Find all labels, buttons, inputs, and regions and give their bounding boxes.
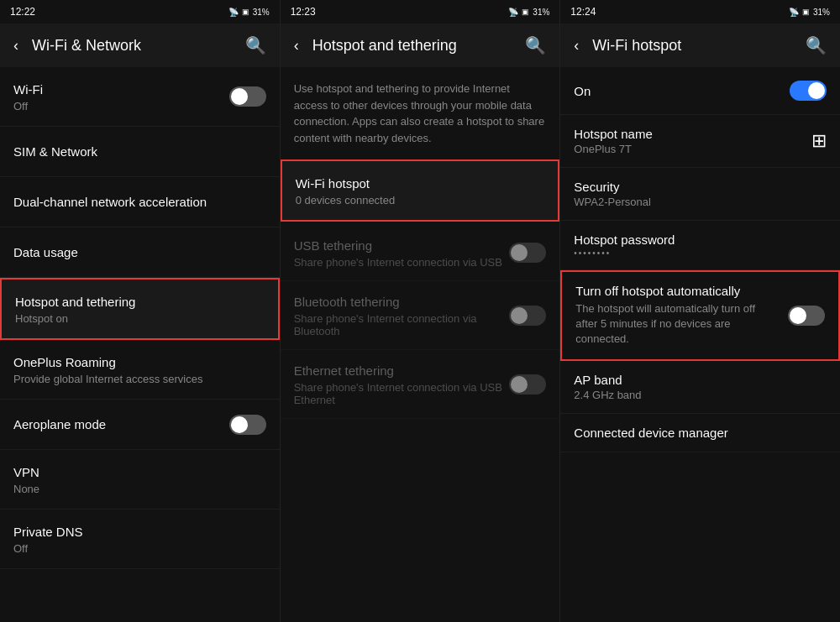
menu-item-data-usage[interactable]: Data usage (0, 227, 280, 278)
aeroplane-toggle[interactable] (229, 415, 266, 435)
on-label: On (574, 84, 591, 98)
menu-item-aeroplane-text: Aeroplane mode (13, 416, 229, 433)
on-toggle[interactable] (790, 81, 827, 101)
ap-band-section[interactable]: AP band 2.4 GHz band (560, 361, 840, 414)
search-button-2[interactable]: 🔍 (518, 29, 553, 62)
status-bar-1: 12:22 📡 ▣ 31% (0, 0, 280, 24)
bluetooth-tethering-text: Bluetooth tethering Share phone's Intern… (294, 293, 510, 337)
toolbar-title-2: Hotspot and tethering (312, 37, 512, 55)
wifi-icon-1: ▣ (242, 8, 249, 16)
wifi-toggle[interactable] (229, 86, 266, 107)
bluetooth-tethering-toggle[interactable] (509, 306, 546, 326)
ethernet-tethering-subtitle: Share phone's Internet connection via US… (294, 381, 510, 406)
wifi-hotspot-item[interactable]: Wi-Fi hotspot 0 devices connected (281, 159, 560, 222)
search-button-3[interactable]: 🔍 (799, 29, 833, 62)
password-section[interactable]: Hotspot password •••••••• (560, 221, 840, 270)
menu-item-wifi-subtitle: Off (13, 100, 229, 112)
qr-icon[interactable]: ⊞ (803, 130, 827, 152)
status-bar-2: 12:23 📡 ▣ 31% (281, 0, 560, 24)
password-label: Hotspot password (574, 233, 827, 247)
hotspot-name-section[interactable]: Hotspot name OnePlus 7T ⊞ (560, 115, 840, 168)
menu-item-roaming[interactable]: OnePlus Roaming Provide global Internet … (0, 340, 280, 400)
menu-item-hotspot-subtitle: Hotspot on (15, 312, 265, 325)
menu-item-hotspot[interactable]: Hotspot and tethering Hotspot on (0, 278, 280, 340)
menu-item-dual-channel[interactable]: Dual-channel network acceleration (0, 177, 280, 227)
hotspot-description: Use hotspot and tethering to provide Int… (281, 67, 560, 156)
menu-item-roaming-title: OnePlus Roaming (13, 353, 266, 371)
status-time-2: 12:23 (291, 6, 316, 18)
security-section[interactable]: Security WPA2-Personal (560, 168, 840, 221)
menu-item-dual-text: Dual-channel network acceleration (13, 193, 266, 211)
screen-hotspot-tethering: 12:23 📡 ▣ 31% ‹ Hotspot and tethering 🔍 … (281, 0, 561, 622)
wifi-hotspot-subtitle: 0 devices connected (296, 194, 545, 206)
password-value: •••••••• (574, 248, 827, 258)
ethernet-tethering-toggle[interactable] (509, 374, 546, 395)
turn-off-description: The hotspot will automatically turn off … (575, 301, 780, 348)
turn-off-toggle[interactable] (788, 306, 825, 326)
hotspot-name-label: Hotspot name (574, 127, 803, 141)
toolbar-1: ‹ Wi-Fi & Network 🔍 (0, 24, 280, 67)
usb-tethering-item[interactable]: USB tethering Share phone's Internet con… (281, 225, 560, 281)
battery-icon-1: 31% (253, 8, 270, 17)
signal-icon-3: 📡 (789, 8, 799, 17)
ethernet-tethering-item[interactable]: Ethernet tethering Share phone's Interne… (281, 350, 560, 419)
back-button-2[interactable]: ‹ (287, 30, 306, 61)
menu-item-dns-text: Private DNS Off (13, 523, 266, 555)
menu-item-wifi-text: Wi-Fi Off (13, 81, 229, 112)
bluetooth-tethering-subtitle: Share phone's Internet connection via Bl… (294, 312, 510, 337)
back-button-3[interactable]: ‹ (567, 30, 585, 61)
ethernet-tethering-title: Ethernet tethering (294, 362, 510, 379)
content-3: On Hotspot name OnePlus 7T ⊞ Security WP… (560, 67, 840, 622)
usb-tethering-text: USB tethering Share phone's Internet con… (294, 237, 502, 269)
bluetooth-tethering-title: Bluetooth tethering (294, 293, 510, 311)
battery-icon-2: 31% (533, 8, 549, 17)
toolbar-2: ‹ Hotspot and tethering 🔍 (281, 24, 560, 67)
menu-item-data-title: Data usage (13, 243, 266, 261)
back-button-1[interactable]: ‹ (7, 30, 25, 61)
menu-item-vpn-title: VPN (13, 463, 266, 481)
menu-item-aeroplane[interactable]: Aeroplane mode (0, 400, 280, 450)
password-text: Hotspot password •••••••• (574, 233, 827, 258)
security-label: Security (574, 180, 827, 194)
status-icons-3: 📡 ▣ 31% (789, 8, 830, 17)
menu-item-wifi[interactable]: Wi-Fi Off (0, 67, 280, 127)
on-section[interactable]: On (560, 67, 840, 115)
menu-item-dual-title: Dual-channel network acceleration (13, 193, 266, 211)
turn-off-label: Turn off hotspot automatically (575, 284, 780, 298)
screen-wifi-network: 12:22 📡 ▣ 31% ‹ Wi-Fi & Network 🔍 Wi-Fi … (0, 0, 281, 622)
toolbar-3: ‹ Wi-Fi hotspot 🔍 (560, 24, 840, 67)
usb-tethering-toggle[interactable] (509, 243, 546, 263)
menu-item-private-dns[interactable]: Private DNS Off (0, 510, 280, 569)
status-bar-3: 12:24 📡 ▣ 31% (560, 0, 840, 24)
menu-item-dns-title: Private DNS (13, 523, 266, 541)
security-text: Security WPA2-Personal (574, 180, 827, 208)
menu-item-aeroplane-title: Aeroplane mode (13, 416, 229, 433)
turn-off-hotspot-section[interactable]: Turn off hotspot automatically The hotsp… (560, 270, 840, 361)
bluetooth-tethering-item[interactable]: Bluetooth tethering Share phone's Intern… (281, 281, 560, 350)
hotspot-name-value: OnePlus 7T (574, 143, 803, 155)
menu-item-vpn[interactable]: VPN None (0, 450, 280, 510)
content-1: Wi-Fi Off SIM & Network Dual-channel net… (0, 67, 280, 622)
screens-container: 12:22 📡 ▣ 31% ‹ Wi-Fi & Network 🔍 Wi-Fi … (0, 0, 840, 622)
status-icons-1: 📡 ▣ 31% (228, 8, 270, 17)
toolbar-title-1: Wi-Fi & Network (32, 37, 232, 55)
screen-wifi-hotspot: 12:24 📡 ▣ 31% ‹ Wi-Fi hotspot 🔍 On Hotsp… (560, 0, 840, 622)
menu-item-roaming-text: OnePlus Roaming Provide global Internet … (13, 353, 266, 385)
wifi-hotspot-title: Wi-Fi hotspot (296, 175, 545, 192)
menu-item-sim[interactable]: SIM & Network (0, 127, 280, 177)
search-button-1[interactable]: 🔍 (239, 29, 273, 62)
menu-item-data-text: Data usage (13, 243, 266, 261)
security-value: WPA2-Personal (574, 196, 827, 208)
connected-device-section[interactable]: Connected device manager (560, 414, 840, 452)
battery-icon-3: 31% (813, 8, 830, 17)
status-icons-2: 📡 ▣ 31% (508, 8, 549, 17)
ap-band-label: AP band (574, 373, 827, 387)
status-time-3: 12:24 (570, 6, 596, 18)
connected-device-label: Connected device manager (574, 426, 827, 440)
menu-item-wifi-title: Wi-Fi (13, 81, 229, 98)
menu-item-vpn-text: VPN None (13, 463, 266, 495)
signal-icon-1: 📡 (228, 8, 239, 17)
ethernet-tethering-text: Ethernet tethering Share phone's Interne… (294, 362, 510, 406)
menu-item-vpn-subtitle: None (13, 483, 266, 495)
menu-item-hotspot-text: Hotspot and tethering Hotspot on (15, 293, 265, 325)
